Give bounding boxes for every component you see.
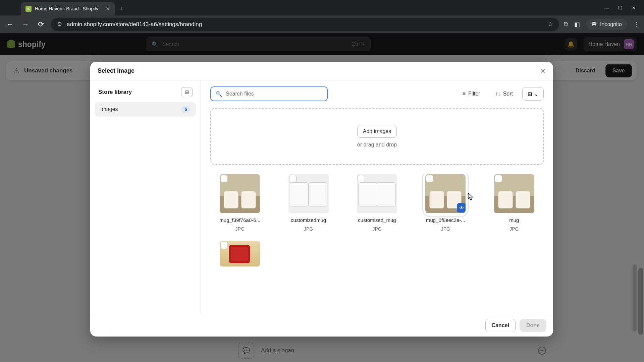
browser-tab[interactable]: s Home Haven · Brand · Shopify ✕	[21, 2, 115, 15]
image-name: mug_f39f76a0-6...	[219, 217, 260, 223]
image-checkbox[interactable]	[220, 175, 228, 182]
site-settings-icon[interactable]: ⚙	[57, 21, 62, 28]
sidebar-item-label: Images	[100, 106, 118, 112]
image-extension: JPG	[441, 226, 450, 232]
new-tab-button[interactable]: +	[115, 3, 128, 15]
search-icon: 🔍	[216, 91, 222, 97]
url-text: admin.shopify.com/store/de8143-a6/settin…	[67, 21, 202, 28]
image-grid-item[interactable]	[210, 240, 269, 267]
url-bar[interactable]: ⚙ admin.shopify.com/store/de8143-a6/sett…	[51, 18, 559, 31]
cancel-button[interactable]: Cancel	[485, 319, 516, 332]
image-checkbox[interactable]	[358, 175, 365, 182]
sort-icon: ↑↓	[495, 91, 500, 97]
close-tab-icon[interactable]: ✕	[106, 6, 110, 12]
side-panel-icon[interactable]: ◧	[574, 21, 580, 28]
search-files-input[interactable]: 🔍 Search files	[210, 86, 328, 101]
sidebar-title: Store library	[98, 89, 132, 96]
extensions-icon[interactable]: ⧉	[564, 21, 568, 28]
image-name: customized_mug	[358, 217, 396, 223]
add-images-button[interactable]: Add images	[357, 125, 397, 138]
grid-icon: ⊞	[528, 91, 532, 97]
scan-button[interactable]: ⊞	[181, 87, 193, 97]
filter-icon: ≡	[463, 91, 466, 97]
view-toggle[interactable]: ⊞ ⌄	[522, 87, 544, 101]
image-grid-item[interactable]: mug_f39f76a0-6...JPG	[210, 174, 269, 232]
image-checkbox[interactable]	[495, 175, 502, 182]
back-button[interactable]: ←	[5, 20, 15, 29]
chevron-down-icon: ⌄	[534, 91, 538, 97]
image-grid-item[interactable]: mugJPG	[485, 174, 544, 232]
image-extension: JPG	[509, 226, 519, 232]
filter-button[interactable]: ≡ Filter	[457, 87, 486, 101]
image-checkbox[interactable]	[220, 242, 228, 249]
close-modal-icon[interactable]: ✕	[540, 67, 546, 75]
upload-dropzone[interactable]: Add images or drag and drop	[210, 108, 544, 165]
image-checkbox[interactable]	[426, 175, 433, 182]
eye-icon: 👁	[459, 205, 464, 211]
bookmark-icon[interactable]: ☆	[548, 21, 553, 28]
image-grid-item[interactable]: customizedmugJPG	[279, 174, 338, 232]
drag-drop-hint: or drag and drop	[357, 142, 397, 148]
image-extension: JPG	[235, 226, 245, 232]
tab-title: Home Haven · Brand · Shopify	[35, 6, 102, 11]
image-name: mug_0f8eec2e-...	[426, 217, 465, 223]
forward-button[interactable]: →	[20, 20, 31, 29]
shopify-favicon: s	[25, 6, 32, 12]
image-name: customizedmug	[291, 217, 326, 223]
scan-icon: ⊞	[185, 89, 189, 95]
search-files-placeholder: Search files	[226, 91, 254, 97]
browser-menu-icon[interactable]: ⋮	[633, 21, 639, 28]
close-window-icon[interactable]: ✕	[632, 5, 636, 10]
incognito-badge: 🕶 Incognito	[586, 19, 627, 30]
image-grid-item[interactable]: customized_mugJPG	[347, 174, 407, 232]
preview-button[interactable]: 👁	[457, 203, 466, 213]
done-button[interactable]: Done	[520, 319, 546, 332]
sort-button[interactable]: ↑↓ Sort	[490, 87, 518, 101]
mouse-cursor	[468, 193, 474, 201]
image-name: mug	[509, 217, 519, 223]
image-extension: JPG	[372, 226, 381, 232]
sidebar-count: 6	[181, 106, 191, 113]
incognito-icon: 🕶	[591, 21, 597, 27]
reload-button[interactable]: ⟳	[36, 20, 46, 29]
image-checkbox[interactable]	[289, 175, 297, 182]
image-grid-item[interactable]: 👁mug_0f8eec2e-...JPG	[416, 174, 475, 232]
image-extension: JPG	[304, 226, 313, 232]
maximize-icon[interactable]: ❐	[618, 5, 623, 10]
minimize-icon[interactable]: —	[604, 5, 609, 10]
sidebar-item-images[interactable]: Images 6	[95, 102, 196, 117]
modal-title: Select image	[98, 67, 135, 74]
select-image-modal: Select image ✕ Store library ⊞ Images 6	[90, 62, 553, 337]
